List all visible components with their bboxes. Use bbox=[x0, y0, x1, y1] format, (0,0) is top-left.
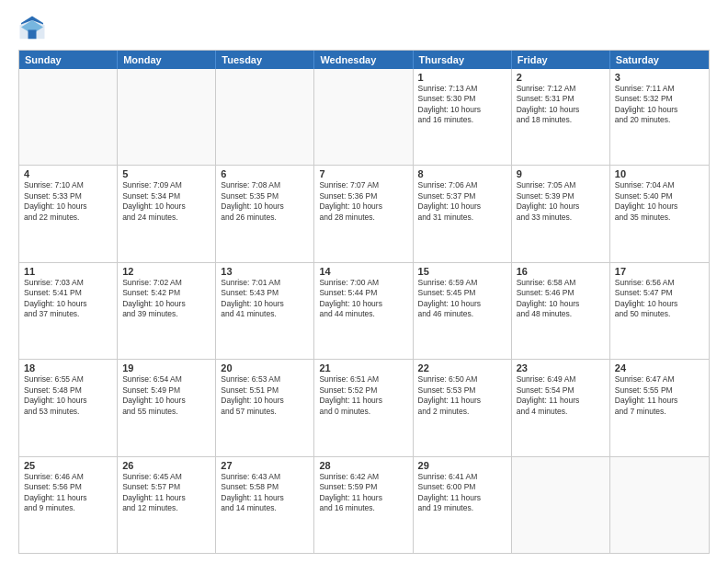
day-cell-13: 13Sunrise: 7:01 AM Sunset: 5:43 PM Dayli… bbox=[216, 263, 314, 359]
day-number: 20 bbox=[221, 362, 309, 373]
logo-icon bbox=[18, 15, 46, 42]
day-cell-23: 23Sunrise: 6:49 AM Sunset: 5:54 PM Dayli… bbox=[512, 360, 610, 455]
svg-rect-3 bbox=[28, 30, 37, 40]
day-cell-1: 1Sunrise: 7:13 AM Sunset: 5:30 PM Daylig… bbox=[414, 69, 512, 165]
day-cell-12: 12Sunrise: 7:02 AM Sunset: 5:42 PM Dayli… bbox=[118, 263, 216, 359]
day-content: Sunrise: 7:03 AM Sunset: 5:41 PM Dayligh… bbox=[24, 278, 112, 320]
day-number: 29 bbox=[418, 460, 506, 471]
day-number: 4 bbox=[24, 168, 112, 179]
day-content: Sunrise: 7:05 AM Sunset: 5:39 PM Dayligh… bbox=[517, 180, 605, 223]
calendar-week-4: 18Sunrise: 6:55 AM Sunset: 5:48 PM Dayli… bbox=[19, 360, 709, 456]
day-content: Sunrise: 7:01 AM Sunset: 5:43 PM Dayligh… bbox=[221, 278, 309, 320]
day-cell-6: 6Sunrise: 7:08 AM Sunset: 5:35 PM Daylig… bbox=[216, 166, 314, 261]
day-cell-24: 24Sunrise: 6:47 AM Sunset: 5:55 PM Dayli… bbox=[610, 360, 709, 455]
day-content: Sunrise: 7:04 AM Sunset: 5:40 PM Dayligh… bbox=[615, 180, 704, 223]
calendar-header: SundayMondayTuesdayWednesdayThursdayFrid… bbox=[19, 51, 709, 69]
header-day-tuesday: Tuesday bbox=[216, 51, 314, 69]
day-content: Sunrise: 6:42 AM Sunset: 5:59 PM Dayligh… bbox=[319, 472, 407, 514]
day-cell-2: 2Sunrise: 7:12 AM Sunset: 5:31 PM Daylig… bbox=[512, 69, 610, 165]
day-number: 16 bbox=[517, 266, 605, 277]
header-day-sunday: Sunday bbox=[19, 51, 118, 69]
day-number: 10 bbox=[615, 168, 704, 179]
day-content: Sunrise: 7:07 AM Sunset: 5:36 PM Dayligh… bbox=[319, 180, 407, 223]
day-cell-14: 14Sunrise: 7:00 AM Sunset: 5:44 PM Dayli… bbox=[314, 263, 413, 359]
day-cell-16: 16Sunrise: 6:58 AM Sunset: 5:46 PM Dayli… bbox=[512, 263, 610, 359]
logo bbox=[18, 15, 50, 42]
header-day-wednesday: Wednesday bbox=[314, 51, 413, 69]
day-content: Sunrise: 6:46 AM Sunset: 5:56 PM Dayligh… bbox=[24, 472, 112, 514]
day-number: 18 bbox=[24, 362, 112, 373]
header-day-thursday: Thursday bbox=[414, 51, 512, 69]
day-number: 21 bbox=[319, 362, 407, 373]
day-cell-26: 26Sunrise: 6:45 AM Sunset: 5:57 PM Dayli… bbox=[118, 457, 216, 553]
day-cell-4: 4Sunrise: 7:10 AM Sunset: 5:33 PM Daylig… bbox=[19, 166, 118, 261]
day-number: 26 bbox=[122, 460, 210, 471]
day-number: 9 bbox=[517, 168, 605, 179]
header-day-friday: Friday bbox=[512, 51, 610, 69]
day-number: 24 bbox=[615, 362, 704, 373]
calendar-body: 1Sunrise: 7:13 AM Sunset: 5:30 PM Daylig… bbox=[19, 69, 709, 553]
day-content: Sunrise: 6:55 AM Sunset: 5:48 PM Dayligh… bbox=[24, 374, 112, 417]
day-content: Sunrise: 6:59 AM Sunset: 5:45 PM Dayligh… bbox=[418, 278, 506, 320]
day-cell-19: 19Sunrise: 6:54 AM Sunset: 5:49 PM Dayli… bbox=[118, 360, 216, 455]
day-content: Sunrise: 7:00 AM Sunset: 5:44 PM Dayligh… bbox=[319, 278, 407, 320]
day-content: Sunrise: 7:13 AM Sunset: 5:30 PM Dayligh… bbox=[418, 84, 506, 126]
day-content: Sunrise: 6:41 AM Sunset: 6:00 PM Dayligh… bbox=[418, 472, 506, 514]
day-number: 23 bbox=[517, 362, 605, 373]
calendar: SundayMondayTuesdayWednesdayThursdayFrid… bbox=[18, 50, 710, 554]
day-content: Sunrise: 6:43 AM Sunset: 5:58 PM Dayligh… bbox=[221, 472, 309, 514]
day-content: Sunrise: 6:51 AM Sunset: 5:52 PM Dayligh… bbox=[319, 374, 407, 417]
day-cell-21: 21Sunrise: 6:51 AM Sunset: 5:52 PM Dayli… bbox=[314, 360, 413, 455]
day-number: 11 bbox=[24, 266, 112, 277]
day-cell-29: 29Sunrise: 6:41 AM Sunset: 6:00 PM Dayli… bbox=[414, 457, 512, 553]
day-number: 25 bbox=[24, 460, 112, 471]
day-content: Sunrise: 6:53 AM Sunset: 5:51 PM Dayligh… bbox=[221, 374, 309, 417]
day-cell-3: 3Sunrise: 7:11 AM Sunset: 5:32 PM Daylig… bbox=[610, 69, 709, 165]
day-content: Sunrise: 7:09 AM Sunset: 5:34 PM Dayligh… bbox=[122, 180, 210, 223]
day-number: 12 bbox=[122, 266, 210, 277]
day-content: Sunrise: 6:50 AM Sunset: 5:53 PM Dayligh… bbox=[418, 374, 506, 417]
day-content: Sunrise: 7:12 AM Sunset: 5:31 PM Dayligh… bbox=[517, 84, 605, 126]
day-cell-28: 28Sunrise: 6:42 AM Sunset: 5:59 PM Dayli… bbox=[314, 457, 413, 553]
day-content: Sunrise: 7:06 AM Sunset: 5:37 PM Dayligh… bbox=[418, 180, 506, 223]
day-content: Sunrise: 7:08 AM Sunset: 5:35 PM Dayligh… bbox=[221, 180, 309, 223]
day-content: Sunrise: 6:54 AM Sunset: 5:49 PM Dayligh… bbox=[122, 374, 210, 417]
day-cell-15: 15Sunrise: 6:59 AM Sunset: 5:45 PM Dayli… bbox=[414, 263, 512, 359]
day-number: 28 bbox=[319, 460, 407, 471]
day-cell-17: 17Sunrise: 6:56 AM Sunset: 5:47 PM Dayli… bbox=[610, 263, 709, 359]
header bbox=[18, 15, 710, 42]
day-content: Sunrise: 6:58 AM Sunset: 5:46 PM Dayligh… bbox=[517, 278, 605, 320]
day-cell-20: 20Sunrise: 6:53 AM Sunset: 5:51 PM Dayli… bbox=[216, 360, 314, 455]
day-number: 3 bbox=[615, 72, 704, 83]
day-cell-25: 25Sunrise: 6:46 AM Sunset: 5:56 PM Dayli… bbox=[19, 457, 118, 553]
day-content: Sunrise: 6:49 AM Sunset: 5:54 PM Dayligh… bbox=[517, 374, 605, 417]
day-content: Sunrise: 6:56 AM Sunset: 5:47 PM Dayligh… bbox=[615, 278, 704, 320]
day-content: Sunrise: 6:47 AM Sunset: 5:55 PM Dayligh… bbox=[615, 374, 704, 417]
calendar-week-3: 11Sunrise: 7:03 AM Sunset: 5:41 PM Dayli… bbox=[19, 263, 709, 360]
day-number: 15 bbox=[418, 266, 506, 277]
day-cell-empty-4-6 bbox=[610, 457, 709, 553]
day-number: 2 bbox=[517, 72, 605, 83]
day-cell-11: 11Sunrise: 7:03 AM Sunset: 5:41 PM Dayli… bbox=[19, 263, 118, 359]
day-content: Sunrise: 7:02 AM Sunset: 5:42 PM Dayligh… bbox=[122, 278, 210, 320]
day-number: 19 bbox=[122, 362, 210, 373]
day-cell-empty-0-2 bbox=[216, 69, 314, 165]
day-cell-9: 9Sunrise: 7:05 AM Sunset: 5:39 PM Daylig… bbox=[512, 166, 610, 261]
day-number: 6 bbox=[221, 168, 309, 179]
day-number: 22 bbox=[418, 362, 506, 373]
day-number: 27 bbox=[221, 460, 309, 471]
day-cell-5: 5Sunrise: 7:09 AM Sunset: 5:34 PM Daylig… bbox=[118, 166, 216, 261]
day-cell-empty-4-5 bbox=[512, 457, 610, 553]
calendar-week-2: 4Sunrise: 7:10 AM Sunset: 5:33 PM Daylig… bbox=[19, 166, 709, 262]
day-number: 13 bbox=[221, 266, 309, 277]
day-number: 14 bbox=[319, 266, 407, 277]
day-cell-27: 27Sunrise: 6:43 AM Sunset: 5:58 PM Dayli… bbox=[216, 457, 314, 553]
day-number: 1 bbox=[418, 72, 506, 83]
day-cell-empty-0-3 bbox=[314, 69, 413, 165]
day-cell-18: 18Sunrise: 6:55 AM Sunset: 5:48 PM Dayli… bbox=[19, 360, 118, 455]
day-number: 17 bbox=[615, 266, 704, 277]
day-cell-7: 7Sunrise: 7:07 AM Sunset: 5:36 PM Daylig… bbox=[314, 166, 413, 261]
calendar-week-5: 25Sunrise: 6:46 AM Sunset: 5:56 PM Dayli… bbox=[19, 457, 709, 553]
day-number: 5 bbox=[122, 168, 210, 179]
day-cell-empty-0-0 bbox=[19, 69, 118, 165]
